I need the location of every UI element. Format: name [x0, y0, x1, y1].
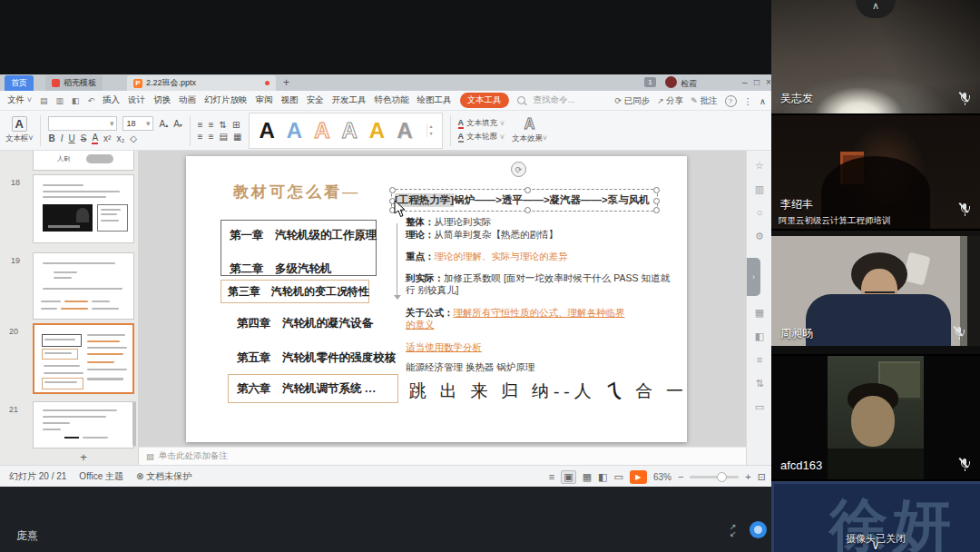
font-family-combo[interactable]: ▾	[48, 116, 117, 131]
textbox-button[interactable]: A 文本框˅	[5, 116, 33, 144]
panel-collapse-handle[interactable]: ›	[747, 258, 760, 296]
selection-handle[interactable]	[653, 207, 660, 213]
decrease-font-icon[interactable]: A▾	[173, 119, 182, 129]
zoom-out-icon[interactable]: −	[678, 471, 683, 482]
text-outline-button[interactable]: A 文本轮廓˅	[458, 132, 505, 143]
slide-text-key[interactable]: 重点：理论的理解、实际与理论的差异	[406, 251, 671, 262]
menu-insert[interactable]: 插入	[103, 94, 120, 106]
notes-toggle-icon[interactable]: ≡	[549, 471, 554, 482]
selection-handle[interactable]	[524, 187, 531, 193]
fit-slide-icon[interactable]: ⊡	[758, 471, 766, 483]
bullets-icon[interactable]: ▤	[220, 132, 228, 142]
zoom-slider-knob[interactable]	[717, 472, 727, 482]
reading-view-icon[interactable]: ◧	[598, 471, 607, 483]
menu-features[interactable]: 特色功能	[375, 94, 409, 106]
distribute-icon[interactable]: ≡	[209, 132, 214, 142]
justify-icon[interactable]: ≡	[198, 132, 203, 142]
recommend-icon[interactable]: ☆	[747, 160, 772, 172]
text-effect-button[interactable]: A 文本效果˅	[512, 117, 547, 144]
zoom-level[interactable]: 63%	[653, 472, 671, 482]
notification-badge[interactable]: 1	[644, 77, 656, 87]
columns-icon[interactable]: ⊞	[232, 120, 240, 130]
chapter-line[interactable]: 第三章 汽轮机的变工况特性	[228, 284, 369, 300]
align-center-icon[interactable]: ≡	[209, 120, 214, 130]
video-tile-5[interactable]: 徐妍 摄像头已关闭 ∨	[771, 481, 980, 552]
save-icon[interactable]: ▤	[40, 96, 48, 105]
restore-button[interactable]: □	[754, 77, 760, 87]
menu-design[interactable]: 设计	[128, 94, 145, 106]
undo-icon[interactable]: ↶	[87, 96, 94, 105]
menu-devtools[interactable]: 开发工具	[332, 94, 367, 106]
bold-button[interactable]: B	[48, 133, 54, 143]
slide-title[interactable]: 教材可怎么看—	[233, 182, 360, 202]
chevron-down-icon[interactable]: ∨	[771, 539, 980, 552]
menu-view[interactable]: 视图	[281, 94, 299, 106]
shape-icon[interactable]: ○	[747, 207, 772, 218]
slide-text-big[interactable]: 跳 出 来 归 纳--人 乀 合 一	[409, 380, 688, 403]
slide-text-theory[interactable]: 理论：从简单到复杂【熟悉的剧情】	[406, 229, 671, 241]
wordart-style-6[interactable]: A	[397, 120, 412, 142]
frame-icon[interactable]: ▭	[747, 401, 772, 413]
collapse-ribbon-icon[interactable]: ∧	[760, 96, 766, 106]
wordart-style-3[interactable]: A	[314, 120, 329, 142]
thumbnail-slide-21[interactable]	[33, 401, 134, 448]
slide-text-math[interactable]: 适当使用数学分析	[406, 341, 671, 353]
zoom-in-icon[interactable]: +	[745, 471, 750, 482]
thumbnail-slide-18[interactable]	[33, 174, 134, 243]
increase-font-icon[interactable]: A▴	[159, 119, 168, 129]
menu-security[interactable]: 安全	[307, 94, 324, 106]
wordart-style-5[interactable]: A	[369, 120, 385, 142]
theme-name[interactable]: Office 主题	[79, 470, 123, 483]
menu-animation[interactable]: 动画	[179, 94, 196, 106]
clear-format-button[interactable]: ◇	[130, 133, 137, 143]
thumbnail-slide-19[interactable]	[33, 252, 134, 320]
user-avatar[interactable]	[665, 76, 677, 88]
subscript-button[interactable]: x₂	[116, 133, 124, 143]
swap-icon[interactable]: ⇅	[747, 378, 772, 389]
presenter-view-icon[interactable]: ▭	[613, 471, 622, 483]
chart-icon[interactable]: ◧	[747, 330, 772, 342]
strikethrough-button[interactable]: S	[81, 133, 87, 143]
chapter-line[interactable]: 第六章 汽轮机调节系统 …	[237, 381, 376, 397]
italic-button[interactable]: I	[61, 133, 64, 143]
video-tile-2[interactable]: 李绍丰 阿里云初级云计算工程师培训	[771, 115, 980, 229]
slide-text-overall[interactable]: 整体：从理论到实际	[406, 216, 671, 228]
thumbnail-slide-17-partial[interactable]: 人刷	[33, 151, 134, 171]
selection-handle[interactable]	[653, 187, 660, 193]
slide-20[interactable]: 教材可怎么看— ⟳ 第一章 汽轮机级的工作原理 第二章 多级汽轮机 第三章 汽轮…	[186, 156, 687, 442]
thumbnail-scrollbar[interactable]	[132, 401, 136, 447]
new-tab-button[interactable]: +	[283, 76, 289, 89]
wordart-style-1[interactable]: A	[259, 120, 274, 142]
video-tile-1[interactable]: ∧ 吴志发	[771, 0, 980, 113]
wordart-style-2[interactable]: A	[287, 120, 302, 142]
search-command-input[interactable]: 查找命令...	[534, 94, 575, 106]
layout-icon[interactable]: ▥	[747, 183, 772, 195]
underline-button[interactable]: U	[68, 133, 74, 143]
font-color-button[interactable]: A	[92, 133, 98, 144]
chapter-line[interactable]: 第二章 多级汽轮机	[230, 261, 332, 277]
zoom-slider[interactable]	[690, 476, 739, 478]
help-icon[interactable]: ?	[725, 95, 737, 107]
tab-home[interactable]: 首页	[5, 75, 34, 91]
menu-drawtools[interactable]: 绘图工具	[417, 94, 452, 106]
slide-text-practice[interactable]: 到实际：加修正系数呗 [面对一坨效率时候干什么 PASS 知道就行 别较真儿]	[406, 272, 671, 296]
fullscreen-expand-icon[interactable]: ↗↙	[730, 523, 744, 537]
notes-bar[interactable]: ▤ 单击此处添加备注	[139, 447, 746, 465]
slide-sorter-icon[interactable]: ▦	[583, 471, 592, 483]
add-slide-button[interactable]: +	[33, 450, 134, 464]
meeting-app-icon[interactable]	[750, 521, 767, 538]
rotate-handle-icon[interactable]: ⟳	[511, 162, 526, 177]
minimize-button[interactable]: –	[742, 77, 748, 87]
protect-status[interactable]: ⊗ 文档未保护	[136, 470, 191, 483]
close-button[interactable]: ×	[766, 77, 771, 87]
comment-button[interactable]: ✎ 批注	[691, 95, 717, 107]
wordart-style-4[interactable]: A	[341, 120, 357, 142]
menu-texttools-active[interactable]: 文本工具	[460, 93, 509, 108]
line-spacing-icon[interactable]: ⇅	[220, 120, 227, 130]
selected-textbox[interactable]: [工程热力学] 锅炉——>透平——>凝汽器——>泵与风机	[391, 189, 658, 212]
menu-slideshow[interactable]: 幻灯片放映	[204, 94, 248, 106]
menu-review[interactable]: 审阅	[256, 94, 273, 106]
grid-icon[interactable]: ▦	[747, 307, 772, 319]
print-icon[interactable]: ▥	[55, 96, 64, 105]
selection-handle[interactable]	[389, 187, 396, 193]
